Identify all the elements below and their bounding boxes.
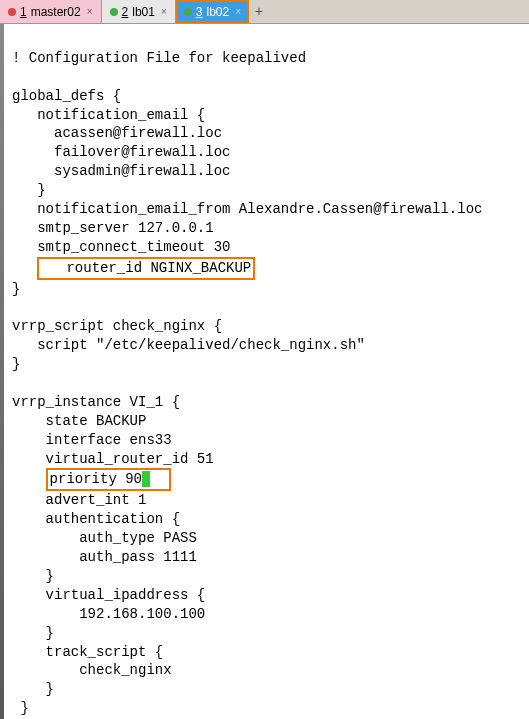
code-line: notification_email { (12, 107, 205, 123)
tab-label: lb02 (206, 5, 229, 19)
code-line: priority 90 (50, 471, 142, 487)
code-line: smtp_connect_timeout 30 (12, 239, 230, 255)
code-line: 192.168.100.100 (12, 606, 205, 622)
tab-label: lb01 (132, 5, 155, 19)
code-line: } (12, 568, 54, 584)
highlight-router-id: router_id NGINX_BACKUP (37, 257, 255, 280)
new-tab-button[interactable]: + (249, 0, 269, 23)
unsaved-dot-icon (8, 8, 16, 16)
code-line: } (12, 625, 54, 641)
code-line: router_id NGINX_BACKUP (41, 260, 251, 276)
code-line: track_script { (12, 644, 163, 660)
code-line: } (12, 356, 20, 372)
code-line: advert_int 1 (12, 492, 146, 508)
code-line: check_nginx (12, 662, 172, 678)
code-line: failover@firewall.loc (12, 144, 230, 160)
code-line: vrrp_instance VI_1 { (12, 394, 180, 410)
saved-dot-icon (184, 8, 192, 16)
code-line: acassen@firewall.loc (12, 125, 222, 141)
code-line: virtual_router_id 51 (12, 451, 214, 467)
code-line (12, 471, 46, 487)
tab-label: master02 (31, 5, 81, 19)
highlight-priority: priority 90 (46, 468, 171, 491)
code-line: smtp_server 127.0.0.1 (12, 220, 214, 236)
editor-area[interactable]: ! Configuration File for keepalived glob… (0, 24, 529, 719)
close-icon[interactable]: × (87, 6, 93, 17)
close-icon[interactable]: × (161, 6, 167, 17)
tab-number: 1 (20, 5, 27, 19)
tab-master02[interactable]: 1 master02 × (0, 0, 102, 23)
tab-lb02[interactable]: 3 lb02 × (176, 0, 249, 23)
tab-number: 3 (196, 5, 203, 19)
code-line: authentication { (12, 511, 180, 527)
code-line: global_defs { (12, 88, 121, 104)
tab-bar: 1 master02 × 2 lb01 × 3 lb02 × + (0, 0, 529, 24)
code-line: sysadmin@firewall.loc (12, 163, 230, 179)
code-line: } (12, 182, 46, 198)
code-line: } (12, 281, 20, 297)
code-line: state BACKUP (12, 413, 146, 429)
code-content: ! Configuration File for keepalived glob… (12, 49, 529, 719)
tab-lb01[interactable]: 2 lb01 × (102, 0, 176, 23)
code-line: script "/etc/keepalived/check_nginx.sh" (12, 337, 365, 353)
code-line: ! Configuration File for keepalived (12, 50, 306, 66)
code-line: auth_type PASS (12, 530, 197, 546)
code-line: } (12, 700, 29, 716)
cursor-icon (142, 471, 150, 487)
saved-dot-icon (110, 8, 118, 16)
code-line: vrrp_script check_nginx { (12, 318, 222, 334)
code-line: notification_email_from Alexandre.Cassen… (12, 201, 482, 217)
code-line: virtual_ipaddress { (12, 587, 205, 603)
code-line: } (12, 681, 54, 697)
code-line: interface ens33 (12, 432, 172, 448)
tab-number: 2 (122, 5, 129, 19)
close-icon[interactable]: × (235, 6, 241, 17)
code-line: auth_pass 1111 (12, 549, 197, 565)
